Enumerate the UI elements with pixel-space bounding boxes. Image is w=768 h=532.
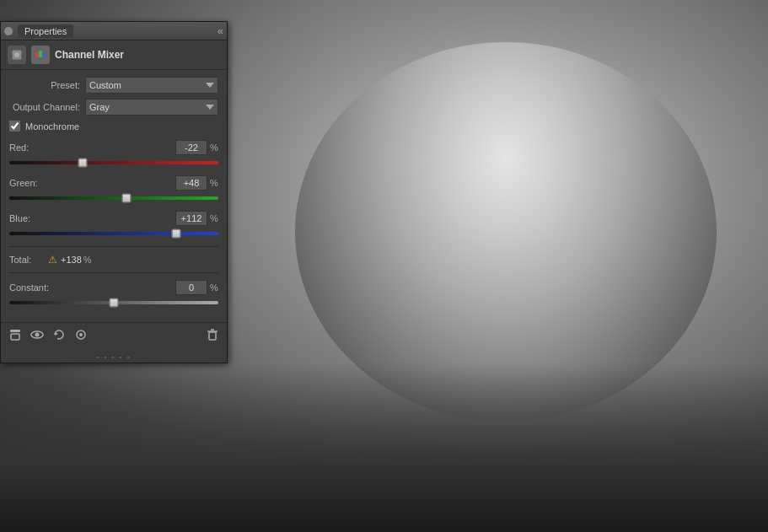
blue-track xyxy=(9,232,218,235)
svg-rect-12 xyxy=(209,332,216,340)
red-slider-row: Red: % xyxy=(9,140,218,155)
blue-value-input[interactable] xyxy=(175,211,207,226)
green-slider-row: Green: % xyxy=(9,175,218,191)
resize-dots: • • • • • xyxy=(1,349,227,363)
constant-pct: % xyxy=(210,282,218,293)
panel-tab-label[interactable]: Properties xyxy=(18,24,73,38)
svg-point-11 xyxy=(79,333,83,336)
constant-slider-track[interactable] xyxy=(9,297,218,309)
output-channel-select[interactable]: Gray xyxy=(85,99,218,116)
monochrome-label[interactable]: Monochrome xyxy=(25,121,79,132)
total-pct: % xyxy=(83,255,92,265)
panel-content: Preset: Custom Output Channel: Gray Mono… xyxy=(1,70,227,322)
constant-slider-row: Constant: % xyxy=(9,280,218,295)
blue-slider-track[interactable] xyxy=(9,228,218,239)
red-slider-track[interactable] xyxy=(9,157,218,169)
red-track xyxy=(9,161,218,164)
svg-marker-9 xyxy=(55,332,58,336)
panel-toolbar xyxy=(1,322,227,349)
properties-panel: Properties « Channel Mixer Preset: Custo… xyxy=(0,21,228,363)
reset-icon[interactable] xyxy=(51,327,67,345)
visibility-icon[interactable] xyxy=(30,327,45,345)
title-bar: Properties « xyxy=(1,22,227,40)
blue-label: Blue: xyxy=(9,213,45,223)
constant-thumb[interactable] xyxy=(110,298,119,308)
clip-icon[interactable] xyxy=(8,327,23,345)
preset-label: Preset: xyxy=(9,80,85,90)
svg-rect-4 xyxy=(42,53,46,57)
preset-select[interactable]: Custom xyxy=(85,77,218,94)
green-pct: % xyxy=(210,178,218,188)
svg-rect-6 xyxy=(11,334,19,340)
total-label: Total: xyxy=(9,255,45,265)
constant-slider-section: Constant: % xyxy=(9,280,218,309)
output-channel-row: Output Channel: Gray xyxy=(9,99,218,116)
panel-header: Channel Mixer xyxy=(1,40,227,70)
svg-point-1 xyxy=(14,52,19,57)
total-value: +138 xyxy=(61,255,82,265)
red-value-input[interactable] xyxy=(175,140,207,155)
divider xyxy=(9,246,218,247)
close-button[interactable] xyxy=(4,27,13,35)
green-track xyxy=(9,196,218,200)
output-channel-label: Output Channel: xyxy=(9,102,85,112)
warning-icon: ⚠ xyxy=(48,254,57,266)
view-adjustments-icon[interactable] xyxy=(73,327,89,345)
red-slider-section: Red: % xyxy=(9,140,218,169)
blue-slider-row: Blue: % xyxy=(9,211,218,226)
collapse-button[interactable]: « xyxy=(218,24,223,37)
monochrome-row: Monochrome xyxy=(9,121,218,132)
red-thumb[interactable] xyxy=(78,159,87,168)
panel-title: Channel Mixer xyxy=(55,49,124,61)
constant-value-input[interactable] xyxy=(175,280,207,295)
resize-handle-dots: • • • • • xyxy=(97,353,132,361)
red-pct: % xyxy=(210,142,218,153)
svg-rect-2 xyxy=(35,52,39,57)
toolbar-left xyxy=(8,327,89,345)
constant-label: Constant: xyxy=(9,282,49,293)
delete-icon[interactable] xyxy=(205,327,220,345)
green-slider-track[interactable] xyxy=(9,192,218,204)
preset-row: Preset: Custom xyxy=(9,77,218,94)
green-slider-section: Green: % xyxy=(9,175,218,204)
title-bar-left: Properties xyxy=(4,24,73,38)
svg-rect-3 xyxy=(39,51,42,57)
green-thumb[interactable] xyxy=(121,194,131,203)
adjustment-layer-icon xyxy=(8,46,26,64)
green-value-input[interactable] xyxy=(175,175,207,191)
blue-pct: % xyxy=(210,213,218,223)
total-row: Total: ⚠ +138 % xyxy=(9,254,218,266)
blue-slider-section: Blue: % xyxy=(9,211,218,239)
monochrome-checkbox[interactable] xyxy=(9,121,20,132)
svg-point-8 xyxy=(35,333,40,337)
blue-thumb[interactable] xyxy=(172,229,181,239)
red-label: Red: xyxy=(9,142,45,153)
svg-rect-5 xyxy=(10,330,20,332)
channel-mixer-icon xyxy=(31,46,50,64)
green-label: Green: xyxy=(9,178,45,188)
divider2 xyxy=(9,272,218,273)
